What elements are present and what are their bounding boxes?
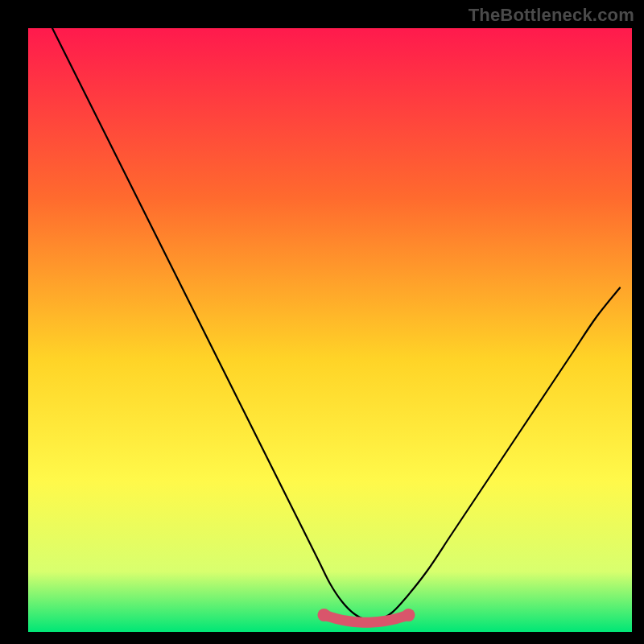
bottleneck-chart	[0, 0, 644, 644]
watermark-text: TheBottleneck.com	[469, 5, 634, 26]
optimal-range-start-dot	[318, 609, 331, 621]
optimal-range-end-dot	[402, 609, 415, 621]
chart-frame: TheBottleneck.com	[0, 0, 644, 644]
plot-area	[28, 28, 632, 632]
